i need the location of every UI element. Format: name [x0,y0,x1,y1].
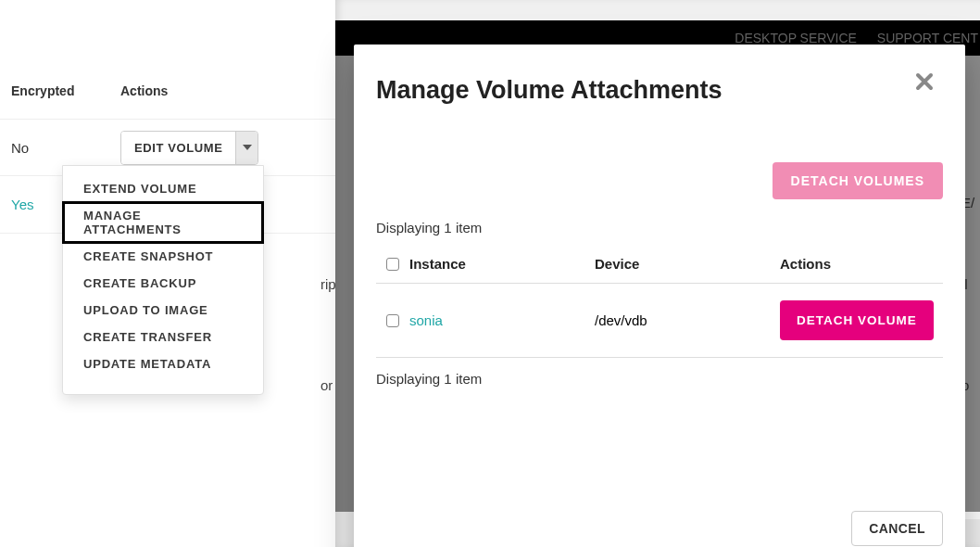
select-all-checkbox[interactable] [386,258,399,271]
modal-footer: CANCEL [354,502,965,547]
attachments-table: Instance Device Actions sonia /dev/vdb D… [376,248,943,358]
modal-body: DETACH VOLUMES Displaying 1 item Instanc… [354,105,965,403]
modal-close-button[interactable] [915,72,934,95]
col-actions-header: Actions [120,83,213,98]
row-checkbox[interactable] [386,314,399,327]
chevron-down-icon [243,145,252,150]
table-header: Instance Device Actions [376,248,943,284]
menu-create-transfer[interactable]: CREATE TRANSFER [63,324,263,350]
menu-upload-to-image[interactable]: UPLOAD TO IMAGE [63,297,263,324]
menu-update-metadata[interactable]: UPDATE METADATA [63,350,263,377]
menu-create-snapshot[interactable]: CREATE SNAPSHOT [63,243,263,270]
menu-manage-attachments[interactable]: MANAGE ATTACHMENTS [63,202,263,243]
edit-volume-split-button[interactable]: EDIT VOLUME [120,131,258,165]
table-header-row: Encrypted Actions [0,83,335,98]
menu-extend-volume[interactable]: EXTEND VOLUME [63,175,263,202]
encrypted-cell: No [0,140,120,156]
bg-text-fragment: or [320,377,333,393]
displaying-count-bottom: Displaying 1 item [376,371,943,387]
col-device-header: Device [595,256,780,272]
menu-create-backup[interactable]: CREATE BACKUP [63,270,263,297]
close-icon [915,72,934,91]
volume-actions-dropdown: EXTEND VOLUME MANAGE ATTACHMENTS CREATE … [62,165,264,395]
bg-text-fragment: rip [320,276,336,292]
col-encrypted-header: Encrypted [0,83,120,98]
cancel-button[interactable]: CANCEL [851,511,943,546]
detach-volume-button[interactable]: DETACH VOLUME [780,300,934,340]
edit-volume-caret[interactable] [235,132,258,164]
volumes-table-fragment: Encrypted Actions No EDIT VOLUME Yes TA … [0,0,335,547]
manage-attachments-modal: Manage Volume Attachments DETACH VOLUMES… [354,45,965,547]
attachment-row: sonia /dev/vdb DETACH VOLUME [376,284,943,358]
displaying-count-top: Displaying 1 item [376,220,943,235]
modal-title: Manage Volume Attachments [376,76,722,105]
col-instance-header: Instance [409,256,595,272]
device-cell: /dev/vdb [595,312,780,328]
edit-volume-button[interactable]: EDIT VOLUME [121,132,235,164]
col-actions-header: Actions [780,256,943,272]
detach-volumes-button[interactable]: DETACH VOLUMES [773,162,943,199]
modal-header: Manage Volume Attachments [354,45,965,105]
instance-link[interactable]: sonia [409,312,443,328]
